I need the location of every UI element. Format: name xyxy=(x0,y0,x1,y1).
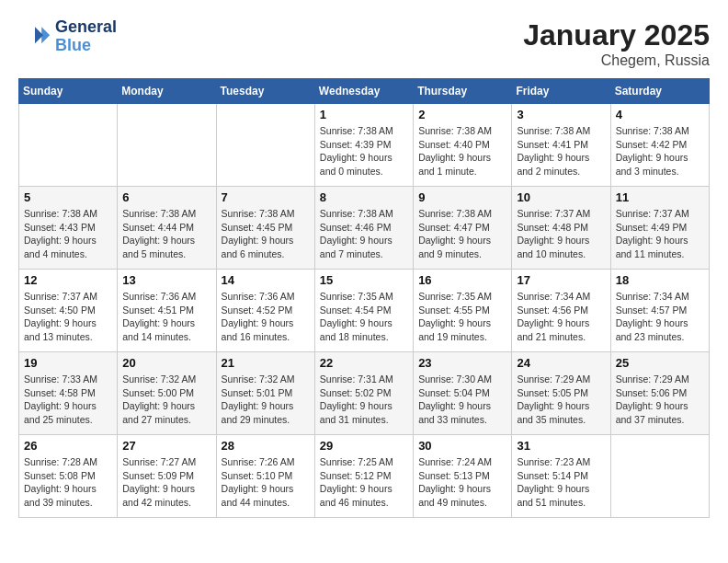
calendar-week-row: 1Sunrise: 7:38 AMSunset: 4:39 PMDaylight… xyxy=(19,104,710,187)
calendar-cell: 18Sunrise: 7:34 AMSunset: 4:57 PMDayligh… xyxy=(610,270,709,352)
calendar-cell: 24Sunrise: 7:29 AMSunset: 5:05 PMDayligh… xyxy=(512,352,610,435)
calendar-header-tuesday: Tuesday xyxy=(216,79,314,104)
calendar-cell: 22Sunrise: 7:31 AMSunset: 5:02 PMDayligh… xyxy=(314,352,413,435)
calendar-cell: 17Sunrise: 7:34 AMSunset: 4:56 PMDayligh… xyxy=(512,270,610,352)
logo: General Blue xyxy=(18,18,117,55)
day-info: Sunrise: 7:38 AMSunset: 4:46 PMDaylight:… xyxy=(320,207,408,261)
page-header: General Blue January 2025 Chegem, Russia xyxy=(18,18,710,69)
day-info: Sunrise: 7:31 AMSunset: 5:02 PMDaylight:… xyxy=(320,373,408,427)
day-info: Sunrise: 7:27 AMSunset: 5:09 PMDaylight:… xyxy=(122,455,210,510)
calendar-cell: 8Sunrise: 7:38 AMSunset: 4:46 PMDaylight… xyxy=(314,187,413,270)
day-info: Sunrise: 7:32 AMSunset: 5:00 PMDaylight:… xyxy=(122,373,210,427)
day-number: 6 xyxy=(122,190,210,204)
day-number: 24 xyxy=(517,356,605,370)
day-number: 22 xyxy=(320,356,408,370)
day-info: Sunrise: 7:25 AMSunset: 5:12 PMDaylight:… xyxy=(320,455,408,510)
calendar-cell: 26Sunrise: 7:28 AMSunset: 5:08 PMDayligh… xyxy=(19,435,118,518)
day-number: 20 xyxy=(122,356,210,370)
calendar-cell: 19Sunrise: 7:33 AMSunset: 4:58 PMDayligh… xyxy=(19,352,118,435)
day-number: 27 xyxy=(122,439,210,453)
day-info: Sunrise: 7:35 AMSunset: 4:54 PMDaylight:… xyxy=(320,290,408,344)
calendar-cell: 5Sunrise: 7:38 AMSunset: 4:43 PMDaylight… xyxy=(19,187,118,270)
day-number: 14 xyxy=(222,273,310,287)
calendar-week-row: 5Sunrise: 7:38 AMSunset: 4:43 PMDaylight… xyxy=(19,187,710,270)
calendar-cell: 9Sunrise: 7:38 AMSunset: 4:47 PMDaylight… xyxy=(414,187,512,270)
day-info: Sunrise: 7:37 AMSunset: 4:50 PMDaylight:… xyxy=(24,290,112,344)
day-number: 7 xyxy=(222,190,310,204)
day-info: Sunrise: 7:23 AMSunset: 5:14 PMDaylight:… xyxy=(517,455,605,510)
calendar-cell: 3Sunrise: 7:38 AMSunset: 4:41 PMDaylight… xyxy=(512,104,610,187)
day-info: Sunrise: 7:34 AMSunset: 4:57 PMDaylight:… xyxy=(616,290,704,344)
calendar-header-wednesday: Wednesday xyxy=(314,79,413,104)
calendar-cell: 16Sunrise: 7:35 AMSunset: 4:55 PMDayligh… xyxy=(414,270,512,352)
day-info: Sunrise: 7:29 AMSunset: 5:05 PMDaylight:… xyxy=(517,373,605,427)
day-info: Sunrise: 7:29 AMSunset: 5:06 PMDaylight:… xyxy=(616,373,704,427)
day-info: Sunrise: 7:38 AMSunset: 4:39 PMDaylight:… xyxy=(320,124,408,178)
calendar-cell: 28Sunrise: 7:26 AMSunset: 5:10 PMDayligh… xyxy=(216,435,314,518)
calendar-cell xyxy=(118,104,216,187)
day-info: Sunrise: 7:38 AMSunset: 4:45 PMDaylight:… xyxy=(222,207,310,261)
day-number: 2 xyxy=(418,108,506,121)
title-block: January 2025 Chegem, Russia xyxy=(523,18,710,69)
calendar-cell: 30Sunrise: 7:24 AMSunset: 5:13 PMDayligh… xyxy=(414,435,512,518)
day-info: Sunrise: 7:38 AMSunset: 4:44 PMDaylight:… xyxy=(122,207,210,261)
calendar-cell: 12Sunrise: 7:37 AMSunset: 4:50 PMDayligh… xyxy=(19,270,118,352)
calendar-header-monday: Monday xyxy=(118,79,216,104)
calendar-header-thursday: Thursday xyxy=(414,79,512,104)
day-number: 15 xyxy=(320,273,408,287)
day-number: 28 xyxy=(222,439,310,453)
day-info: Sunrise: 7:33 AMSunset: 4:58 PMDaylight:… xyxy=(24,373,112,427)
day-info: Sunrise: 7:34 AMSunset: 4:56 PMDaylight:… xyxy=(517,290,605,344)
day-info: Sunrise: 7:28 AMSunset: 5:08 PMDaylight:… xyxy=(24,455,112,510)
calendar-cell: 15Sunrise: 7:35 AMSunset: 4:54 PMDayligh… xyxy=(314,270,413,352)
day-info: Sunrise: 7:38 AMSunset: 4:40 PMDaylight:… xyxy=(418,124,506,178)
day-number: 4 xyxy=(616,108,704,121)
calendar-cell: 31Sunrise: 7:23 AMSunset: 5:14 PMDayligh… xyxy=(512,435,610,518)
day-info: Sunrise: 7:38 AMSunset: 4:43 PMDaylight:… xyxy=(24,207,112,261)
day-number: 9 xyxy=(418,190,506,204)
calendar-week-row: 12Sunrise: 7:37 AMSunset: 4:50 PMDayligh… xyxy=(19,270,710,352)
calendar-week-row: 19Sunrise: 7:33 AMSunset: 4:58 PMDayligh… xyxy=(19,352,710,435)
calendar-cell xyxy=(216,104,314,187)
calendar-cell: 6Sunrise: 7:38 AMSunset: 4:44 PMDaylight… xyxy=(118,187,216,270)
calendar-cell: 25Sunrise: 7:29 AMSunset: 5:06 PMDayligh… xyxy=(610,352,709,435)
day-number: 23 xyxy=(418,356,506,370)
calendar-cell: 29Sunrise: 7:25 AMSunset: 5:12 PMDayligh… xyxy=(314,435,413,518)
day-info: Sunrise: 7:38 AMSunset: 4:47 PMDaylight:… xyxy=(418,207,506,261)
calendar-header-saturday: Saturday xyxy=(610,79,709,104)
day-number: 30 xyxy=(418,439,506,453)
calendar-header-sunday: Sunday xyxy=(19,79,118,104)
day-info: Sunrise: 7:38 AMSunset: 4:42 PMDaylight:… xyxy=(616,124,704,178)
day-number: 12 xyxy=(24,273,112,287)
day-info: Sunrise: 7:36 AMSunset: 4:52 PMDaylight:… xyxy=(222,290,310,344)
day-number: 25 xyxy=(616,356,704,370)
calendar-header-row: SundayMondayTuesdayWednesdayThursdayFrid… xyxy=(19,79,710,104)
day-info: Sunrise: 7:37 AMSunset: 4:48 PMDaylight:… xyxy=(517,207,605,261)
calendar-cell: 7Sunrise: 7:38 AMSunset: 4:45 PMDaylight… xyxy=(216,187,314,270)
calendar-cell: 10Sunrise: 7:37 AMSunset: 4:48 PMDayligh… xyxy=(512,187,610,270)
logo-text: General Blue xyxy=(55,18,117,55)
day-number: 13 xyxy=(122,273,210,287)
day-number: 31 xyxy=(517,439,605,453)
calendar-cell: 2Sunrise: 7:38 AMSunset: 4:40 PMDaylight… xyxy=(414,104,512,187)
calendar-cell xyxy=(610,435,709,518)
logo-icon xyxy=(18,20,51,53)
day-number: 17 xyxy=(517,273,605,287)
calendar-cell: 11Sunrise: 7:37 AMSunset: 4:49 PMDayligh… xyxy=(610,187,709,270)
calendar-cell: 1Sunrise: 7:38 AMSunset: 4:39 PMDaylight… xyxy=(314,104,413,187)
calendar-header-friday: Friday xyxy=(512,79,610,104)
day-number: 29 xyxy=(320,439,408,453)
day-number: 19 xyxy=(24,356,112,370)
calendar-cell: 13Sunrise: 7:36 AMSunset: 4:51 PMDayligh… xyxy=(118,270,216,352)
day-number: 21 xyxy=(222,356,310,370)
calendar-cell: 21Sunrise: 7:32 AMSunset: 5:01 PMDayligh… xyxy=(216,352,314,435)
month-year-title: January 2025 xyxy=(523,18,710,52)
calendar-cell: 14Sunrise: 7:36 AMSunset: 4:52 PMDayligh… xyxy=(216,270,314,352)
calendar-table: SundayMondayTuesdayWednesdayThursdayFrid… xyxy=(18,78,710,518)
day-number: 10 xyxy=(517,190,605,204)
calendar-cell: 23Sunrise: 7:30 AMSunset: 5:04 PMDayligh… xyxy=(414,352,512,435)
day-number: 8 xyxy=(320,190,408,204)
calendar-cell: 20Sunrise: 7:32 AMSunset: 5:00 PMDayligh… xyxy=(118,352,216,435)
day-info: Sunrise: 7:26 AMSunset: 5:10 PMDaylight:… xyxy=(222,455,310,510)
day-number: 26 xyxy=(24,439,112,453)
